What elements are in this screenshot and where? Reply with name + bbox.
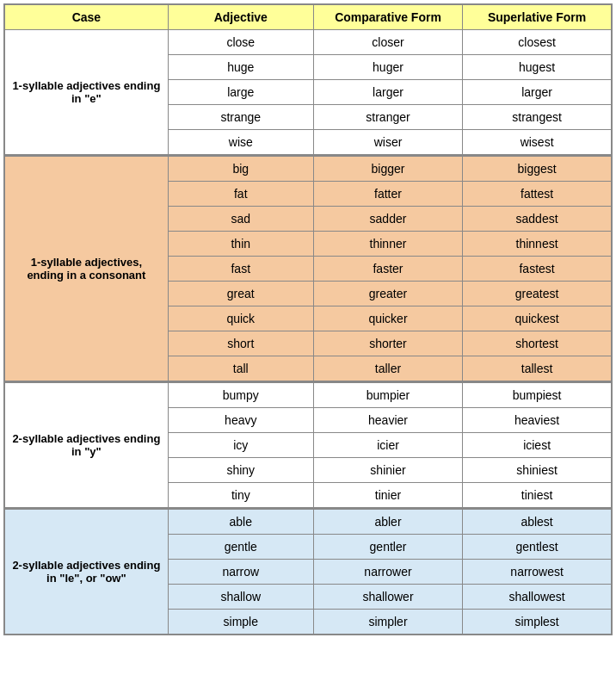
superlative-cell: gentlest <box>463 535 612 560</box>
comparative-cell: huger <box>313 55 462 80</box>
comparative-cell: quicker <box>313 306 462 331</box>
superlative-cell: tallest <box>463 356 612 382</box>
comparative-cell: bumpier <box>313 383 462 408</box>
superlative-cell: quickest <box>463 306 612 331</box>
header-superlative: Superlative Form <box>463 4 612 30</box>
comparative-cell: icier <box>313 433 462 458</box>
superlative-cell: shiniest <box>463 458 612 483</box>
adjective-cell: shiny <box>168 458 313 483</box>
header-comparative: Comparative Form <box>313 4 462 30</box>
comparative-cell: tinier <box>313 483 462 509</box>
superlative-cell: greatest <box>463 282 612 306</box>
superlative-cell: shallowest <box>463 585 612 610</box>
superlative-cell: larger <box>463 80 612 105</box>
case-cell-3: 2-syllable adjectives ending in "le", or… <box>4 510 168 635</box>
comparative-cell: wiser <box>313 130 462 156</box>
superlative-cell: heaviest <box>463 408 612 433</box>
superlative-cell: wisest <box>463 130 612 156</box>
adjective-cell: wise <box>168 130 313 156</box>
comparative-cell: faster <box>313 257 462 282</box>
adjective-cell: great <box>168 282 313 306</box>
comparative-cell: greater <box>313 282 462 306</box>
adjective-cell: fat <box>168 182 313 207</box>
comparative-cell: sadder <box>313 207 462 232</box>
comparative-cell: gentler <box>313 535 462 560</box>
table-row: 2-syllable adjectives ending in "le", or… <box>4 510 612 535</box>
comparative-cell: closer <box>313 30 462 55</box>
table-row: 1-syllable adjectives, ending in a conso… <box>4 157 612 182</box>
superlative-cell: ablest <box>463 510 612 535</box>
superlative-cell: biggest <box>463 157 612 182</box>
comparative-cell: taller <box>313 356 462 382</box>
adjective-cell: huge <box>168 55 313 80</box>
comparative-cell: shorter <box>313 331 462 356</box>
comparative-cell: heavier <box>313 408 462 433</box>
comparative-cell: abler <box>313 510 462 535</box>
comparative-cell: shinier <box>313 458 462 483</box>
comparative-cell: larger <box>313 80 462 105</box>
comparative-cell: narrower <box>313 560 462 585</box>
adjective-cell: simple <box>168 610 313 635</box>
comparative-cell: stranger <box>313 105 462 130</box>
superlative-cell: iciest <box>463 433 612 458</box>
comparative-cell: simpler <box>313 610 462 635</box>
adjective-cell: large <box>168 80 313 105</box>
superlative-cell: saddest <box>463 207 612 232</box>
table-row: 2-syllable adjectives ending in "y"bumpy… <box>4 383 612 408</box>
adjective-cell: able <box>168 510 313 535</box>
superlative-cell: thinnest <box>463 232 612 257</box>
header-case: Case <box>4 4 168 30</box>
superlative-cell: simplest <box>463 610 612 635</box>
superlative-cell: closest <box>463 30 612 55</box>
adjective-cell: strange <box>168 105 313 130</box>
superlative-cell: narrowest <box>463 560 612 585</box>
adjective-cell: sad <box>168 207 313 232</box>
adjective-cell: close <box>168 30 313 55</box>
comparative-cell: thinner <box>313 232 462 257</box>
adjective-cell: icy <box>168 433 313 458</box>
adjective-cell: heavy <box>168 408 313 433</box>
case-cell-2: 2-syllable adjectives ending in "y" <box>4 383 168 509</box>
adjective-cell: narrow <box>168 560 313 585</box>
adjective-cell: bumpy <box>168 383 313 408</box>
superlative-cell: fattest <box>463 182 612 207</box>
adjective-cell: quick <box>168 306 313 331</box>
comparative-cell: fatter <box>313 182 462 207</box>
case-cell-0: 1-syllable adjectives ending in "e" <box>4 30 168 156</box>
superlative-cell: tiniest <box>463 483 612 509</box>
adjective-cell: shallow <box>168 585 313 610</box>
adjective-cell: tiny <box>168 483 313 509</box>
table-row: 1-syllable adjectives ending in "e"close… <box>4 30 612 55</box>
superlative-cell: strangest <box>463 105 612 130</box>
adjective-cell: thin <box>168 232 313 257</box>
comparative-cell: bigger <box>313 157 462 182</box>
superlative-cell: hugest <box>463 55 612 80</box>
comparative-cell: shallower <box>313 585 462 610</box>
adjective-cell: fast <box>168 257 313 282</box>
case-cell-1: 1-syllable adjectives, ending in a conso… <box>4 157 168 382</box>
adjective-cell: tall <box>168 356 313 382</box>
adjective-cell: short <box>168 331 313 356</box>
adjective-cell: big <box>168 157 313 182</box>
adjective-cell: gentle <box>168 535 313 560</box>
superlative-cell: shortest <box>463 331 612 356</box>
header-adjective: Adjective <box>168 4 313 30</box>
adjective-table: Case Adjective Comparative Form Superlat… <box>3 3 613 635</box>
superlative-cell: bumpiest <box>463 383 612 408</box>
superlative-cell: fastest <box>463 257 612 282</box>
